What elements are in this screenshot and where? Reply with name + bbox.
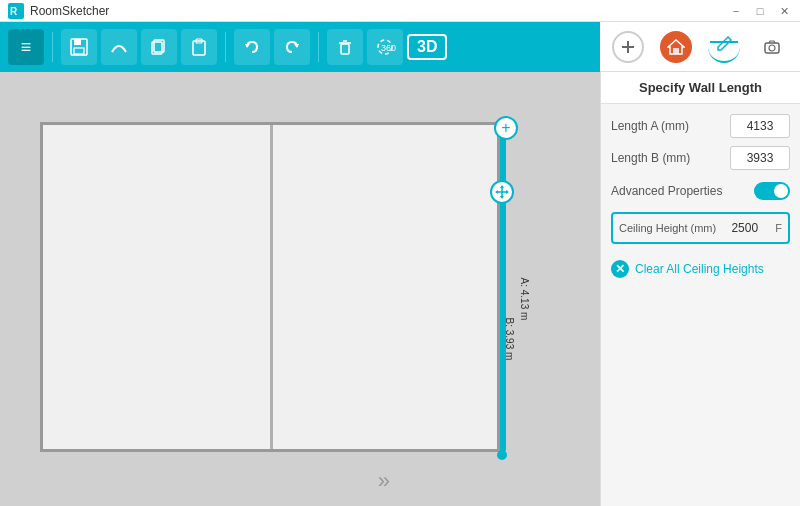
save-button[interactable] [61,29,97,65]
undo-icon [242,37,262,57]
minimize-button[interactable]: − [728,3,744,19]
arrows-icon [495,185,509,199]
pencil-icon [715,35,733,53]
window-controls: − □ ✕ [728,3,792,19]
ceiling-height-row: Ceiling Height (mm) F [611,212,790,244]
app-icon: R [8,3,24,19]
svg-rect-11 [341,44,349,54]
redo-button[interactable] [274,29,310,65]
wall-arrow-control[interactable] [490,180,514,204]
rotate-button[interactable]: 360 [367,29,403,65]
floor-plan [40,122,500,452]
dimension-a-label: A: 4.13 m [519,278,530,321]
copy-button[interactable] [141,29,177,65]
undo-button[interactable] [234,29,270,65]
svg-marker-10 [294,44,299,48]
rotate-icon: 360 [374,36,396,58]
svg-marker-26 [495,190,498,194]
ceiling-label: Ceiling Height (mm) [619,222,716,234]
clear-x-icon: ✕ [611,260,629,278]
ceiling-unit: F [775,222,782,234]
menu-button[interactable]: ≡ [8,29,44,65]
restore-button[interactable]: □ [752,3,768,19]
length-a-input[interactable] [730,114,790,138]
main-toolbar: ≡ [0,22,800,72]
add-button[interactable] [612,31,644,63]
svg-text:R: R [10,6,18,17]
clear-section: ✕ Clear All Ceiling Heights [611,252,790,286]
canvas-area[interactable]: + B: 3.93 m A: 4.13 m » [0,72,600,506]
length-a-row: Length A (mm) [611,114,790,138]
advanced-toggle[interactable] [754,182,790,200]
svg-marker-9 [245,44,250,48]
house-icon [667,38,685,56]
length-a-label: Length A (mm) [611,119,730,133]
advanced-label: Advanced Properties [611,184,722,198]
right-toolbar-area [600,22,800,72]
ceiling-height-input[interactable] [720,217,770,239]
clear-label: Clear All Ceiling Heights [635,262,764,276]
pencil-tab[interactable] [708,31,740,63]
right-panel: Specify Wall Length Length A (mm) Length… [600,72,800,506]
save-icon [69,37,89,57]
title-bar: R RoomSketcher − □ ✕ [0,0,800,22]
expand-arrows[interactable]: » [378,468,390,494]
svg-point-21 [769,45,775,51]
length-b-row: Length B (mm) [611,146,790,170]
main-area: + B: 3.93 m A: 4.13 m » Specify Wall Len… [0,72,800,506]
svg-rect-4 [74,48,84,54]
advanced-properties-row: Advanced Properties [611,178,790,204]
close-button[interactable]: ✕ [776,3,792,19]
blue-wall[interactable] [500,122,506,452]
clear-ceiling-button[interactable]: ✕ Clear All Ceiling Heights [611,256,764,282]
svg-marker-24 [500,185,504,188]
pencil-button[interactable] [708,31,740,63]
toolbar-separator-3 [318,32,319,62]
3d-button[interactable]: 3D [407,34,447,60]
panel-title: Specify Wall Length [601,72,800,104]
curve-icon [109,37,129,57]
paste-button[interactable] [181,29,217,65]
length-b-label: Length B (mm) [611,151,730,165]
house-button[interactable] [660,31,692,63]
paste-icon [189,37,209,57]
camera-icon [763,38,781,56]
delete-button[interactable] [327,29,363,65]
svg-marker-25 [500,196,504,199]
svg-rect-19 [673,48,679,54]
wall-endpoint-dot [497,450,507,460]
app-title: RoomSketcher [30,4,109,18]
delete-icon [335,37,355,57]
length-b-input[interactable] [730,146,790,170]
svg-marker-27 [506,190,509,194]
copy-icon [149,37,169,57]
camera-button[interactable] [756,31,788,63]
wall-plus-button[interactable]: + [494,116,518,140]
panel-content: Length A (mm) Length B (mm) Advanced Pro… [601,104,800,296]
svg-rect-3 [74,39,81,45]
room-divider [270,125,273,449]
toolbar-separator-2 [225,32,226,62]
dimension-b-label: B: 3.93 m [504,318,515,361]
curve-button[interactable] [101,29,137,65]
toolbar-separator-1 [52,32,53,62]
svg-text:360: 360 [381,43,396,53]
plus-icon [619,38,637,56]
redo-icon [282,37,302,57]
